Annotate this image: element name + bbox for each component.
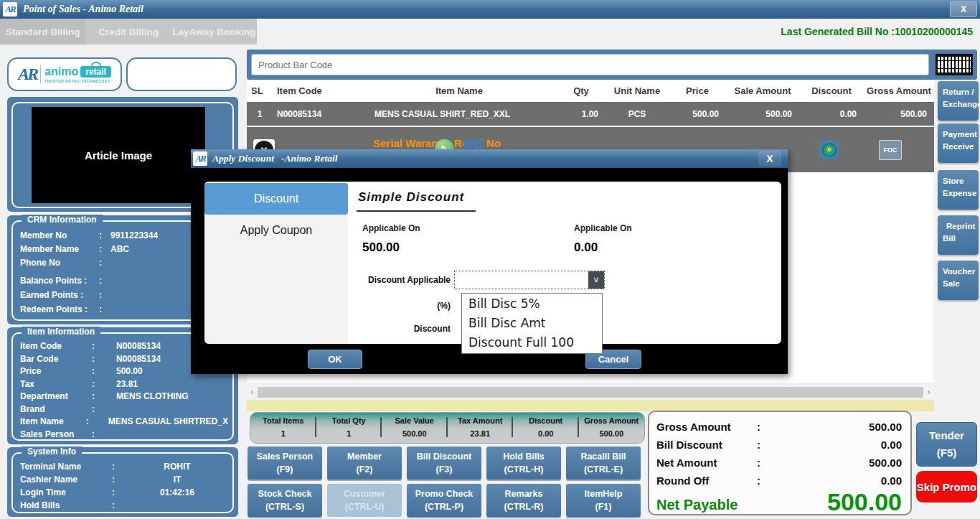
- modal-logo-icon: AR: [193, 151, 207, 166]
- modal-tab-apply-coupon[interactable]: Apply Coupon: [204, 215, 348, 246]
- sales-person-button[interactable]: Sales Person(F9): [248, 446, 322, 480]
- net-payable-label: Net Payable: [656, 497, 738, 513]
- modal-title: Apply Discount -Animo Retail: [212, 153, 337, 164]
- voucher-sale-button[interactable]: VoucherSale: [938, 261, 979, 300]
- gross-amount-total: Gross Amount500.00: [579, 413, 645, 443]
- discount-applicable-label: Discount Applicable: [348, 275, 451, 285]
- net-amount-row: Net Amount:500.00: [656, 454, 902, 472]
- bill-discount-row: Bill Discount:0.00: [656, 436, 902, 454]
- discount-total: Discount0.00: [513, 413, 579, 443]
- modal-tab-discount[interactable]: Discount: [204, 183, 348, 215]
- discount-label: Discount: [348, 324, 451, 334]
- net-payable-value: 500.00: [738, 490, 902, 513]
- dropdown-options-list: Bill Disc 5% Bill Disc Amt Discount Full…: [461, 293, 603, 354]
- title-bar: AR Point of Sales - Animo Retail X: [0, 0, 980, 19]
- applicable-on-right: Applicable On 0.00: [574, 223, 632, 255]
- modal-close-button[interactable]: X: [758, 151, 781, 167]
- system-info-title: System Info: [22, 446, 82, 457]
- table-row[interactable]: 1 N00085134 MENS CASUAL SHIRT_RED_XXL 1.…: [247, 102, 934, 126]
- system-row: Terminal Name:ROHIT: [20, 462, 228, 474]
- app-logo-icon: AR: [3, 2, 17, 17]
- brand-logo-box: AR animo retail TRUSTED RETAIL TECHNOLOG…: [7, 57, 122, 91]
- item-info-title: Item Information: [22, 327, 100, 337]
- simple-discount-heading: Simple Discount: [357, 190, 476, 212]
- totals-bar: Total Items1 Total Qty1 Sale Value500.00…: [250, 412, 645, 444]
- apply-discount-modal: AR Apply Discount -Animo Retail X Discou…: [191, 149, 788, 374]
- table-header: SL Item Code Item Name Qty Unit Name Pri…: [247, 80, 934, 100]
- scroll-right-icon[interactable]: ›: [923, 386, 934, 398]
- percent-label: (%): [348, 301, 451, 311]
- round-off-row: Round Off:0.00: [656, 472, 902, 490]
- barcode-input[interactable]: [251, 54, 929, 75]
- tab-credit-billing[interactable]: Credit Billing: [85, 19, 171, 45]
- scrollbar-thumb[interactable]: [258, 387, 923, 398]
- pos-window: AR Point of Sales - Animo Retail X Stand…: [0, 0, 980, 519]
- discount-applicable-dropdown[interactable]: ˅: [454, 271, 605, 289]
- window-close-button[interactable]: X: [950, 1, 977, 17]
- promo-badge-icon[interactable]: ✳: [819, 140, 839, 159]
- total-items: Total Items1: [250, 413, 316, 443]
- dropdown-option[interactable]: Discount Full 100: [468, 333, 602, 352]
- tab-standard-billing[interactable]: Standard Billing: [0, 19, 85, 45]
- bill-summary-panel: Gross Amount:500.00 Bill Discount:0.00 N…: [648, 411, 912, 515]
- dropdown-option[interactable]: Bill Disc 5%: [468, 294, 602, 314]
- sale-value: Sale Value500.00: [382, 413, 448, 443]
- brand-retail-bag-icon: retail: [80, 66, 111, 78]
- total-qty: Total Qty1: [316, 413, 382, 443]
- item-row: Tax:23.81: [20, 379, 228, 392]
- window-title: Point of Sales - Animo Retail: [23, 4, 143, 15]
- net-payable-row: Net Payable 500.00: [656, 490, 902, 513]
- system-row: Cashier Name:IT: [20, 474, 228, 487]
- item-row: Sales Person:: [20, 429, 228, 442]
- brand-text: animo retail TRUSTED RETAIL TECHNOLOGY: [40, 65, 111, 83]
- store-expense-button[interactable]: StoreExpense: [938, 170, 979, 210]
- chevron-down-icon[interactable]: ˅: [588, 271, 604, 289]
- item-row: Brand:: [20, 404, 228, 417]
- brand-ar-icon: AR: [18, 65, 37, 84]
- secondary-logo-box: [126, 57, 237, 91]
- applicable-on-left: Applicable On 500.00: [362, 223, 420, 255]
- return-exchange-button[interactable]: Return /Exchange: [938, 81, 979, 121]
- item-row: Department:MENS CLOTHING: [20, 391, 228, 404]
- foc-button[interactable]: FOC: [879, 140, 902, 160]
- system-row: Hold Bills:: [20, 500, 228, 513]
- member-button[interactable]: Member(F2): [327, 446, 402, 480]
- modal-title-bar: AR Apply Discount -Animo Retail X: [191, 149, 788, 168]
- system-row: Login Time:01:42:16: [20, 487, 228, 500]
- modal-tabs: Discount Apply Coupon: [204, 182, 348, 344]
- crm-title: CRM Information: [22, 215, 103, 225]
- gross-amount-row: Gross Amount:500.00: [656, 418, 902, 436]
- ok-button[interactable]: OK: [308, 350, 362, 369]
- remarks-button[interactable]: Remarks(CTRL-R): [486, 484, 561, 517]
- tender-button[interactable]: Tender(F5): [916, 422, 977, 467]
- last-generated-bill: Last Generated Bill No :10010200000145: [781, 19, 973, 45]
- article-image: Article Image: [32, 107, 205, 203]
- payment-receive-button[interactable]: PaymentReceive: [938, 123, 979, 163]
- bill-discount-button[interactable]: Bill Discount(F3): [407, 446, 481, 480]
- status-strip: [247, 400, 934, 411]
- dropdown-option[interactable]: Bill Disc Amt: [468, 314, 602, 333]
- item-row: Item Name:MENS CASUAL SHIRTRED_XXL: [20, 416, 228, 429]
- tab-layaway-booking[interactable]: LayAway Booking: [171, 19, 257, 45]
- keyboard-icon[interactable]: [936, 54, 973, 75]
- recall-bill-button[interactable]: Racalll Bill(CTRL-E): [566, 446, 641, 480]
- barcode-bar: [247, 50, 977, 80]
- tax-amount: Tax Amount23.81: [448, 413, 514, 443]
- billing-tabs: Standard Billing Credit Billing LayAway …: [0, 19, 257, 45]
- hold-bills-button[interactable]: Hold Bills(CTRL-H): [486, 446, 561, 480]
- brand-tagline: TRUSTED RETAIL TECHNOLOGY: [44, 79, 110, 83]
- customer-button: Customer(CTRL-U): [327, 484, 402, 517]
- stock-check-button[interactable]: Stock Check(CTRL-S): [248, 484, 322, 517]
- item-help-button[interactable]: ItemHelp(F1): [566, 484, 641, 517]
- horizontal-scrollbar[interactable]: ‹ ›: [247, 386, 934, 398]
- brand-animo: animo: [44, 65, 78, 78]
- skip-promo-button[interactable]: Skip Promo: [916, 471, 977, 502]
- promo-check-button[interactable]: Promo Check(CTRL-P): [407, 484, 481, 517]
- reprint-bill-button[interactable]: ReprintBill: [938, 215, 979, 255]
- scroll-left-icon[interactable]: ‹: [247, 386, 258, 398]
- system-info-panel: System Info Terminal Name:ROHIT Cashier …: [7, 447, 238, 517]
